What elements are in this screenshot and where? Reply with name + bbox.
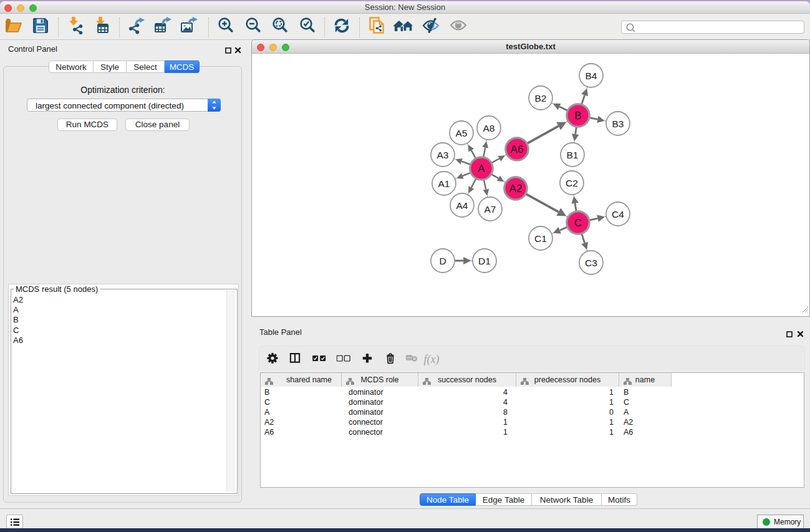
svg-text:C3: C3 (585, 258, 597, 268)
svg-text:B3: B3 (612, 118, 624, 129)
svg-text:A5: A5 (456, 128, 468, 138)
svg-text:A3: A3 (437, 150, 449, 160)
svg-text:A2: A2 (509, 183, 523, 195)
svg-text:B1: B1 (567, 150, 579, 160)
svg-text:D: D (439, 256, 446, 266)
svg-text:C2: C2 (566, 178, 578, 188)
svg-text:A8: A8 (483, 123, 495, 133)
svg-text:A4: A4 (456, 200, 468, 211)
svg-text:B: B (574, 110, 581, 122)
svg-text:A: A (478, 163, 485, 175)
svg-text:C: C (574, 217, 582, 229)
svg-text:B2: B2 (535, 93, 547, 104)
svg-text:C1: C1 (534, 233, 547, 244)
svg-text:A1: A1 (438, 178, 450, 189)
svg-text:C4: C4 (612, 209, 624, 220)
svg-text:A6: A6 (511, 143, 524, 155)
svg-text:A7: A7 (485, 204, 496, 215)
svg-text:B4: B4 (586, 70, 597, 81)
svg-text:D1: D1 (478, 256, 491, 266)
